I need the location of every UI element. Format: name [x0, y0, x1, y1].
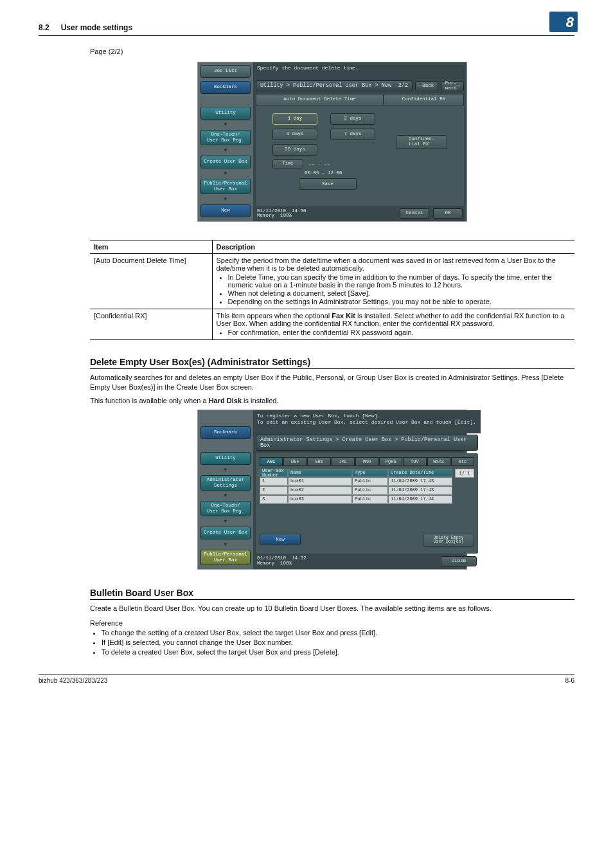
opt-7days[interactable]: 7 days: [330, 129, 375, 140]
table-row: [Confidential RX] This item appears when…: [90, 309, 574, 340]
section-number: 8.2: [39, 23, 49, 32]
chevron-down-icon: ▼: [200, 494, 251, 498]
letter-tab[interactable]: JKL: [332, 457, 355, 466]
status-datetime: 01/11/2010 14:32 Memory 100%: [257, 556, 306, 566]
col-item: Item: [90, 240, 212, 254]
bookmark-button[interactable]: Bookmark: [200, 426, 251, 439]
section-title: User mode settings: [61, 23, 132, 32]
letter-tab[interactable]: TUV: [403, 457, 426, 466]
letter-tab[interactable]: ABC: [260, 457, 283, 466]
instruction-text: Specify the document delete time.: [253, 62, 466, 79]
letter-tab[interactable]: DEF: [283, 457, 306, 466]
chevron-down-icon: ▼: [200, 172, 251, 176]
list-item[interactable]: 3box03Public11/04/2009 17:44: [260, 495, 452, 504]
letter-tab[interactable]: MNO: [355, 457, 378, 466]
chevron-down-icon: ▼: [200, 197, 251, 201]
heading-delete-empty: Delete Empty User Box(es) (Administrator…: [90, 357, 574, 369]
new-button[interactable]: New: [200, 204, 251, 217]
list-item[interactable]: 2box02Public11/04/2009 17:43: [260, 486, 452, 495]
close-button[interactable]: Close: [441, 556, 477, 566]
chevron-down-icon: ▼: [200, 520, 251, 523]
cancel-button[interactable]: Cancel: [400, 208, 429, 219]
letter-tabs: ABCDEFGHIJKLMNOPQRSTUVWXYZetc: [260, 457, 474, 466]
device-screenshot-1: Job List Bookmark Utility ▼ One-Touch/ U…: [197, 62, 467, 222]
table-row: [Auto Document Delete Time] Specify the …: [90, 254, 574, 309]
device-screenshot-2: Bookmark Utility ▼ Administrator Setting…: [197, 410, 467, 570]
tab-confidential-rx[interactable]: Confidential RX: [384, 94, 464, 105]
confidential-rx-button[interactable]: Confiden- tial RX: [396, 135, 447, 149]
spec-table: Item Description [Auto Document Delete T…: [90, 240, 574, 340]
opt-save[interactable]: Save: [299, 178, 357, 190]
letter-tab[interactable]: PQRS: [379, 457, 402, 466]
breadcrumb: Utility > Public/Personal User Box > New…: [256, 80, 413, 91]
reference-label: Reference: [90, 619, 574, 627]
list-item[interactable]: 1box01Public11/04/2009 17:43: [260, 477, 452, 486]
letter-tab[interactable]: etc: [451, 457, 474, 466]
para: Automatically searches for and deletes a…: [90, 373, 574, 392]
chevron-down-icon: ▼: [200, 123, 251, 127]
one-touch-button[interactable]: One-Touch/ User Box Reg.: [200, 130, 251, 145]
tab-auto-delete[interactable]: Auto Document Delete Time: [256, 94, 384, 105]
opt-2days[interactable]: 2 days: [330, 113, 375, 125]
para: Create a Bulletin Board User Box. You ca…: [90, 604, 574, 613]
pub-personal-button[interactable]: Public/Personal User Box: [200, 550, 251, 565]
subpage-indicator: Page (2/2): [90, 48, 574, 55]
opt-1day[interactable]: 1 day: [272, 113, 317, 125]
bookmark-button[interactable]: Bookmark: [200, 81, 251, 94]
reference-list: To change the setting of a created User …: [90, 629, 574, 656]
opt-3days[interactable]: 3 days: [272, 129, 317, 140]
create-user-box-button[interactable]: Create User Box: [200, 156, 251, 168]
job-list-tab[interactable]: Job List: [200, 65, 251, 78]
letter-tab[interactable]: GHI: [307, 457, 330, 466]
status-datetime: 01/11/2010 14:30 Memory 100%: [257, 209, 306, 219]
forward-button[interactable]: For- ward →: [441, 81, 464, 91]
letter-tab[interactable]: WXYZ: [427, 457, 450, 466]
chevron-down-icon: ▼: [200, 149, 251, 152]
paging-indicator: 1/ 1: [455, 469, 474, 478]
opt-30days[interactable]: 30 days: [272, 144, 317, 156]
pub-personal-button[interactable]: Public/Personal User Box: [200, 179, 251, 194]
page-header: 8.2 User mode settings: [39, 19, 574, 36]
time-range: 00:05 - 12:00: [305, 171, 396, 176]
create-user-box-button[interactable]: Create User Box: [200, 527, 251, 539]
chapter-badge: 8: [549, 12, 578, 32]
breadcrumb: Administrator Settings > Create User Box…: [256, 435, 478, 451]
list-header: User Box Number Name Type Create Date/Ti…: [260, 469, 452, 477]
col-desc: Description: [212, 240, 574, 254]
back-button[interactable]: ← Back: [415, 81, 438, 91]
chevron-down-icon: ▼: [200, 543, 251, 547]
instruction-text: To register a new User Box, touch [New].…: [253, 410, 481, 434]
para: This function is available only when a H…: [90, 396, 574, 406]
page-footer: bizhub 423/363/283/223 8-6: [39, 674, 574, 684]
one-touch-button[interactable]: One-Touch/ User Box Reg.: [200, 501, 251, 516]
utility-button[interactable]: Utility: [200, 107, 251, 120]
ok-button[interactable]: OK: [433, 208, 463, 219]
opt-time[interactable]: Time: [272, 159, 303, 168]
time-value: -- : --: [308, 161, 330, 167]
heading-bulletin: Bulletin Board User Box: [90, 588, 574, 600]
delete-empty-button[interactable]: Delete Empty User Box(es): [423, 534, 474, 547]
new-button[interactable]: New: [260, 534, 301, 545]
utility-button[interactable]: Utility: [200, 452, 251, 465]
chevron-down-icon: ▼: [200, 468, 251, 472]
admin-settings-button[interactable]: Administrator Settings: [200, 475, 251, 491]
